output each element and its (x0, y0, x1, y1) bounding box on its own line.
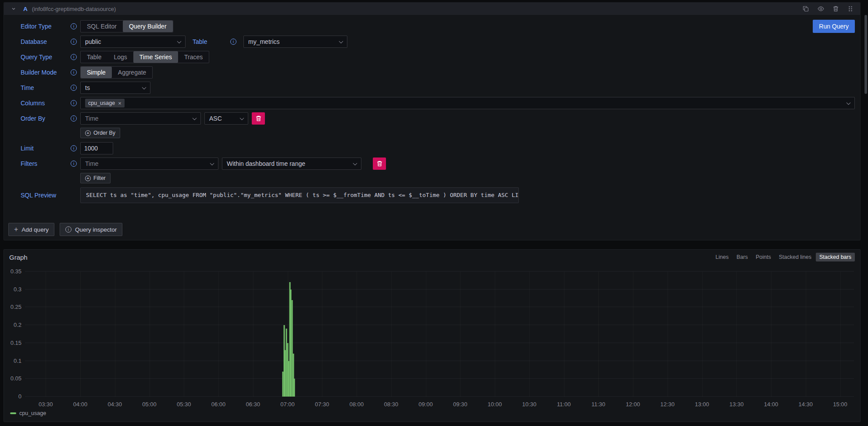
graph-title: Graph (9, 254, 28, 261)
x-axis-tick-label: 06:30 (246, 401, 260, 408)
drag-handle-icon[interactable] (845, 4, 856, 14)
hide-query-eye-icon[interactable] (815, 4, 826, 14)
order-by-column-select[interactable]: Time (80, 112, 201, 125)
graph-style-toggle-option-points[interactable]: Points (752, 253, 775, 261)
run-query-button[interactable]: Run Query (813, 20, 855, 33)
graph-style-toggle-option-bars[interactable]: Bars (733, 253, 751, 261)
add-order-by-button[interactable]: + Order By (80, 128, 120, 138)
duplicate-query-icon[interactable] (800, 4, 811, 14)
graph-header: Graph LinesBarsPointsStacked linesStacke… (9, 253, 855, 261)
graph-style-toggle-option-stacked-bars[interactable]: Stacked bars (816, 253, 855, 261)
add-query-label: Add query (21, 226, 49, 233)
database-value: public (85, 38, 101, 45)
builder-mode-toggle-option-simple[interactable]: Simple (81, 67, 112, 78)
remove-column-icon[interactable]: × (118, 100, 121, 106)
collapse-chevron-icon[interactable] (8, 4, 19, 14)
x-axis-tick-label: 10:30 (522, 401, 536, 408)
x-axis-tick-label: 13:30 (729, 401, 744, 408)
x-axis-tick-label: 09:30 (453, 401, 468, 408)
add-query-button[interactable]: + Add query (8, 223, 54, 236)
limit-info-icon[interactable]: i (71, 145, 77, 151)
query-row-header[interactable]: A (info8fcc-greptimedb-datasource) (4, 3, 860, 15)
plus-icon: + (14, 226, 18, 233)
v-gridline (357, 272, 357, 397)
query-type-toggle-option-logs[interactable]: Logs (107, 51, 133, 63)
database-info-icon[interactable]: i (71, 39, 77, 45)
remove-filter-button[interactable] (373, 158, 386, 170)
builder-mode-row: Builder Mode i SimpleAggregate (21, 66, 855, 79)
sql-preview-label: SQL Preview (21, 192, 77, 199)
editor-type-label: Editor Type i (21, 23, 77, 30)
editor-type-toggle: SQL EditorQuery Builder (80, 20, 173, 32)
query-inspector-button[interactable]: i Query inspector (60, 223, 122, 236)
table-label: Table i (193, 38, 236, 45)
legend-item-cpu-usage[interactable]: cpu_usage (10, 410, 46, 416)
filters-row: Filters i Time Within dashboard time ran… (21, 158, 855, 170)
v-gridline (46, 272, 46, 397)
h-gridline (25, 307, 854, 307)
column-tag[interactable]: cpu_usage × (85, 99, 125, 107)
scrollbar-thumb[interactable] (864, 15, 867, 94)
graph-style-toggle-option-stacked-lines[interactable]: Stacked lines (775, 253, 815, 261)
v-gridline (564, 272, 564, 397)
editor-type-info-icon[interactable]: i (71, 23, 77, 29)
editor-type-row: Editor Type i SQL EditorQuery Builder (21, 20, 855, 32)
query-editor-panel: A (info8fcc-greptimedb-datasource) Run Q… (4, 2, 861, 240)
y-axis-tick-label: 0.35 (3, 268, 21, 275)
time-value: ts (85, 84, 90, 91)
table-select[interactable]: my_metrics (243, 36, 347, 48)
time-select[interactable]: ts (80, 82, 150, 94)
filters-info-icon[interactable]: i (71, 161, 77, 167)
chevron-down-icon (847, 100, 851, 105)
chevron-down-icon (240, 116, 244, 120)
columns-info-icon[interactable]: i (71, 100, 77, 106)
time-label-text: Time (21, 84, 34, 91)
builder-mode-label: Builder Mode i (21, 69, 77, 76)
v-gridline (150, 272, 150, 397)
query-type-info-icon[interactable]: i (71, 54, 77, 60)
x-axis-tick-label: 14:30 (798, 401, 813, 408)
v-gridline (771, 272, 772, 397)
y-axis-tick-label: 0 (3, 393, 21, 400)
y-axis-tick-label: 0.2 (3, 322, 21, 328)
database-label-text: Database (21, 38, 47, 45)
add-filter-button[interactable]: + Filter (80, 173, 111, 183)
v-gridline (702, 272, 703, 397)
builder-mode-info-icon[interactable]: i (71, 69, 77, 75)
table-info-icon[interactable]: i (230, 39, 236, 45)
order-by-column-value: Time (85, 115, 99, 122)
order-by-row: Order By i Time ASC (21, 112, 855, 125)
query-type-toggle-option-table[interactable]: Table (81, 51, 107, 63)
filter-column-select[interactable]: Time (80, 158, 218, 170)
time-info-icon[interactable]: i (71, 85, 77, 91)
limit-input[interactable] (80, 142, 113, 154)
plus-circle-icon: + (85, 130, 91, 136)
query-type-toggle-option-traces[interactable]: Traces (178, 51, 209, 63)
graph-style-toggle-option-lines[interactable]: Lines (712, 253, 732, 261)
sql-preview-row: SQL Preview SELECT ts as "time", cpu_usa… (21, 187, 855, 203)
delete-query-trash-icon[interactable] (830, 4, 841, 14)
query-type-toggle: TableLogsTime SeriesTraces (80, 51, 209, 63)
order-by-direction-select[interactable]: ASC (204, 112, 248, 125)
query-type-toggle-option-time-series[interactable]: Time Series (133, 51, 178, 63)
columns-multiselect[interactable]: cpu_usage × (80, 97, 855, 109)
plot-area[interactable]: 03:3004:0004:3005:0005:3006:0006:3007:00… (25, 272, 854, 397)
remove-order-by-button[interactable] (252, 112, 265, 125)
editor-type-toggle-option-sql-editor[interactable]: SQL Editor (81, 21, 123, 32)
v-gridline (529, 272, 530, 397)
builder-mode-toggle-option-aggregate[interactable]: Aggregate (112, 67, 153, 78)
limit-label-text: Limit (21, 145, 34, 152)
columns-label: Columns i (21, 100, 77, 107)
x-axis-tick-label: 11:00 (557, 401, 571, 408)
order-by-info-icon[interactable]: i (71, 115, 77, 122)
x-axis-tick-label: 14:00 (764, 401, 779, 408)
y-axis-tick-label: 0.1 (3, 358, 21, 364)
editor-type-toggle-option-query-builder[interactable]: Query Builder (123, 21, 173, 32)
x-axis-tick-label: 11:30 (591, 401, 605, 408)
filter-condition-select[interactable]: Within dashboard time range (222, 158, 361, 170)
x-axis-tick-label: 04:30 (107, 401, 122, 408)
database-select[interactable]: public (80, 36, 186, 48)
x-axis-tick-label: 07:30 (315, 401, 329, 408)
chevron-down-icon (339, 39, 343, 43)
order-by-label-text: Order By (21, 115, 45, 122)
